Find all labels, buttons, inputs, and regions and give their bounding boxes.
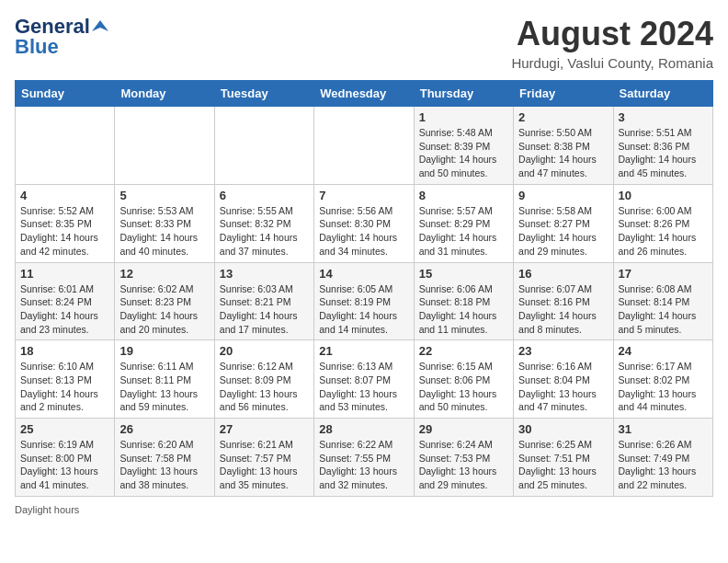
week-row-3: 11Sunrise: 6:01 AMSunset: 8:24 PMDayligh… [16,262,713,340]
day-cell-1: 1Sunrise: 5:48 AMSunset: 8:39 PMDaylight… [414,107,513,185]
day-number: 3 [619,110,708,124]
day-cell-30: 30Sunrise: 6:25 AMSunset: 7:51 PMDayligh… [514,419,613,497]
day-cell-8: 8Sunrise: 5:57 AMSunset: 8:29 PMDaylight… [414,184,513,262]
day-cell-3: 3Sunrise: 5:51 AMSunset: 8:36 PMDaylight… [613,107,712,185]
week-row-2: 4Sunrise: 5:52 AMSunset: 8:35 PMDaylight… [16,184,713,262]
day-cell-24: 24Sunrise: 6:17 AMSunset: 8:02 PMDayligh… [613,340,712,419]
day-info: Sunrise: 6:12 AMSunset: 8:09 PMDaylight:… [220,360,309,414]
day-cell-16: 16Sunrise: 6:07 AMSunset: 8:16 PMDayligh… [514,262,613,340]
logo-bird-icon [92,18,108,35]
day-info: Sunrise: 6:02 AMSunset: 8:23 PMDaylight:… [119,282,209,337]
day-cell-26: 26Sunrise: 6:20 AMSunset: 7:58 PMDayligh… [115,419,214,497]
weekday-header-tuesday: Tuesday [214,81,313,107]
day-info: Sunrise: 6:24 AMSunset: 7:53 PMDaylight:… [419,438,508,492]
day-cell-21: 21Sunrise: 6:13 AMSunset: 8:07 PMDayligh… [314,340,414,419]
day-info: Sunrise: 6:05 AMSunset: 8:19 PMDaylight:… [319,282,408,337]
day-info: Sunrise: 5:51 AMSunset: 8:36 PMDaylight:… [619,126,708,180]
day-cell-27: 27Sunrise: 6:21 AMSunset: 7:57 PMDayligh… [214,419,313,497]
day-info: Sunrise: 6:25 AMSunset: 7:51 PMDaylight:… [518,438,608,492]
day-number: 6 [220,189,309,202]
day-number: 16 [518,267,608,281]
empty-cell [214,107,313,185]
day-number: 18 [20,344,109,358]
day-info: Sunrise: 6:06 AMSunset: 8:18 PMDaylight:… [419,282,508,337]
day-info: Sunrise: 6:19 AMSunset: 8:00 PMDaylight:… [20,438,109,492]
day-cell-4: 4Sunrise: 5:52 AMSunset: 8:35 PMDaylight… [16,184,115,262]
svg-marker-0 [92,20,108,31]
day-info: Sunrise: 6:20 AMSunset: 7:58 PMDaylight:… [119,438,209,492]
day-cell-10: 10Sunrise: 6:00 AMSunset: 8:26 PMDayligh… [613,184,712,262]
day-number: 15 [419,267,508,281]
day-number: 11 [20,267,109,281]
day-info: Sunrise: 5:48 AMSunset: 8:39 PMDaylight:… [419,126,508,180]
day-number: 10 [619,189,708,202]
day-cell-31: 31Sunrise: 6:26 AMSunset: 7:49 PMDayligh… [613,419,712,497]
day-cell-17: 17Sunrise: 6:08 AMSunset: 8:14 PMDayligh… [613,262,712,340]
day-cell-9: 9Sunrise: 5:58 AMSunset: 8:27 PMDaylight… [514,184,613,262]
day-number: 30 [518,422,608,436]
logo-blue-text: Blue [15,35,59,59]
day-cell-2: 2Sunrise: 5:50 AMSunset: 8:38 PMDaylight… [514,107,613,185]
week-row-4: 18Sunrise: 6:10 AMSunset: 8:13 PMDayligh… [16,340,713,419]
day-number: 5 [119,189,209,202]
day-info: Sunrise: 6:13 AMSunset: 8:07 PMDaylight:… [319,360,408,414]
day-cell-19: 19Sunrise: 6:11 AMSunset: 8:11 PMDayligh… [115,340,214,419]
day-cell-7: 7Sunrise: 5:56 AMSunset: 8:30 PMDaylight… [314,184,414,262]
day-info: Sunrise: 6:26 AMSunset: 7:49 PMDaylight:… [619,438,708,492]
day-info: Sunrise: 5:53 AMSunset: 8:33 PMDaylight:… [119,204,209,259]
day-number: 19 [119,344,209,358]
day-number: 17 [619,267,708,281]
day-info: Sunrise: 5:57 AMSunset: 8:29 PMDaylight:… [419,204,508,259]
day-info: Sunrise: 6:00 AMSunset: 8:26 PMDaylight:… [619,204,708,259]
day-number: 21 [319,344,408,358]
weekday-header-wednesday: Wednesday [314,81,414,107]
day-cell-25: 25Sunrise: 6:19 AMSunset: 8:00 PMDayligh… [16,419,115,497]
header: General Blue August 2024 Hurdugi, Vaslui… [15,15,713,71]
day-number: 13 [220,267,309,281]
day-cell-11: 11Sunrise: 6:01 AMSunset: 8:24 PMDayligh… [16,262,115,340]
day-info: Sunrise: 6:03 AMSunset: 8:21 PMDaylight:… [220,282,309,337]
day-info: Sunrise: 6:01 AMSunset: 8:24 PMDaylight:… [20,282,109,337]
day-number: 23 [518,344,608,358]
day-cell-23: 23Sunrise: 6:16 AMSunset: 8:04 PMDayligh… [514,340,613,419]
weekday-header-saturday: Saturday [613,81,712,107]
weekday-header-sunday: Sunday [16,81,115,107]
empty-cell [16,107,115,185]
day-number: 2 [518,110,608,124]
day-info: Sunrise: 6:07 AMSunset: 8:16 PMDaylight:… [518,282,608,337]
day-info: Sunrise: 6:08 AMSunset: 8:14 PMDaylight:… [619,282,708,337]
day-number: 20 [220,344,309,358]
month-year: August 2024 [511,15,713,53]
empty-cell [314,107,414,185]
day-cell-22: 22Sunrise: 6:15 AMSunset: 8:06 PMDayligh… [414,340,513,419]
day-cell-5: 5Sunrise: 5:53 AMSunset: 8:33 PMDaylight… [115,184,214,262]
day-info: Sunrise: 5:56 AMSunset: 8:30 PMDaylight:… [319,204,408,259]
week-row-1: 1Sunrise: 5:48 AMSunset: 8:39 PMDaylight… [16,107,713,185]
daylight-label: Daylight hours [15,504,79,515]
day-number: 28 [319,422,408,436]
day-number: 27 [220,422,309,436]
day-info: Sunrise: 6:11 AMSunset: 8:11 PMDaylight:… [119,360,209,414]
day-cell-15: 15Sunrise: 6:06 AMSunset: 8:18 PMDayligh… [414,262,513,340]
weekday-header-thursday: Thursday [414,81,513,107]
day-info: Sunrise: 6:15 AMSunset: 8:06 PMDaylight:… [419,360,508,414]
day-cell-12: 12Sunrise: 6:02 AMSunset: 8:23 PMDayligh… [115,262,214,340]
day-cell-13: 13Sunrise: 6:03 AMSunset: 8:21 PMDayligh… [214,262,313,340]
day-info: Sunrise: 6:21 AMSunset: 7:57 PMDaylight:… [220,438,309,492]
day-number: 24 [619,344,708,358]
day-cell-20: 20Sunrise: 6:12 AMSunset: 8:09 PMDayligh… [214,340,313,419]
day-number: 26 [119,422,209,436]
day-cell-28: 28Sunrise: 6:22 AMSunset: 7:55 PMDayligh… [314,419,414,497]
day-cell-18: 18Sunrise: 6:10 AMSunset: 8:13 PMDayligh… [16,340,115,419]
day-number: 1 [419,110,508,124]
day-cell-29: 29Sunrise: 6:24 AMSunset: 7:53 PMDayligh… [414,419,513,497]
day-cell-6: 6Sunrise: 5:55 AMSunset: 8:32 PMDaylight… [214,184,313,262]
day-info: Sunrise: 5:55 AMSunset: 8:32 PMDaylight:… [220,204,309,259]
day-number: 4 [20,189,109,202]
location: Hurdugi, Vaslui County, Romania [511,55,713,71]
day-number: 25 [20,422,109,436]
empty-cell [115,107,214,185]
week-row-5: 25Sunrise: 6:19 AMSunset: 8:00 PMDayligh… [16,419,713,497]
weekday-header-monday: Monday [115,81,214,107]
day-number: 12 [119,267,209,281]
